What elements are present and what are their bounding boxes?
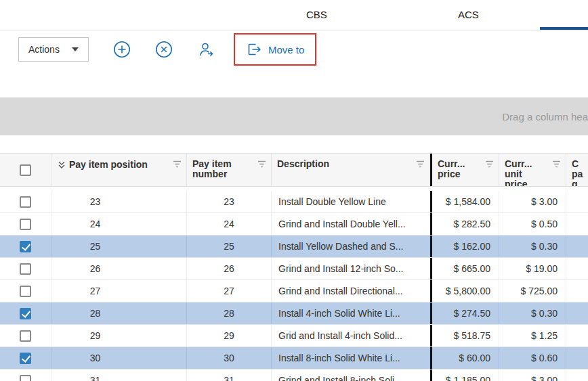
assign-user-icon <box>197 41 215 58</box>
cell-price: $ 665.00 <box>432 258 499 279</box>
column-group-bar[interactable]: Drag a column hea <box>0 97 588 135</box>
actions-dropdown-button[interactable]: Actions <box>18 37 89 62</box>
filter-icon[interactable] <box>416 160 425 169</box>
column-label-unit-line3: price <box>505 179 560 186</box>
column-label-description: Description <box>277 158 329 169</box>
cell-description: Install 8-inch Solid White Li... <box>272 347 430 369</box>
column-header-position[interactable]: Pay item position <box>51 154 187 186</box>
cancel-circle-icon <box>155 41 173 58</box>
table-row[interactable]: 30 30 Install 8-inch Solid White Li... $… <box>0 347 588 369</box>
plus-circle-icon <box>113 41 131 58</box>
cell-price: $ 1,185.00 <box>432 369 499 381</box>
cell-price: $ 162.00 <box>432 236 499 257</box>
cell-number: 31 <box>187 369 272 381</box>
cell-description: Install Double Yellow Line <box>272 191 430 212</box>
column-header-clipped[interactable]: C pa q <box>566 154 588 186</box>
column-header-description[interactable]: Description <box>272 154 430 186</box>
row-checkbox[interactable] <box>20 219 31 230</box>
cell-clipped <box>566 258 588 279</box>
column-label-unit-line2: unit <box>505 169 560 179</box>
cell-description: Grid and Install 4-inch Solid... <box>272 325 430 346</box>
filter-icon[interactable] <box>485 160 494 169</box>
cell-position: 29 <box>51 325 187 346</box>
cell-number: 26 <box>187 258 272 279</box>
cell-number: 29 <box>187 325 272 346</box>
column-header-current-unit-price[interactable]: Curr... unit price <box>499 154 566 186</box>
assign-user-button[interactable] <box>197 41 215 58</box>
select-all-checkbox[interactable] <box>20 164 31 176</box>
cell-clipped <box>566 302 588 324</box>
cell-number: 30 <box>187 347 272 369</box>
cell-unit-price: $ 1.25 <box>499 325 566 346</box>
cell-price: $ 60.00 <box>432 347 499 369</box>
highlight-box: Move to <box>234 33 316 66</box>
cell-description: Grind and Install Directional... <box>272 280 430 302</box>
table-row[interactable]: 26 26 Grind and Install 12-inch So... $ … <box>0 258 588 280</box>
add-button[interactable] <box>113 41 131 58</box>
chevron-down-icon <box>72 47 79 51</box>
cell-position: 26 <box>51 258 187 279</box>
column-header-number[interactable]: Pay item number <box>187 154 272 186</box>
table-header: Pay item position Pay item number Descri… <box>0 153 588 187</box>
cell-description: Install Yellow Dashed and S... <box>272 236 430 257</box>
column-label-last-line2: pa <box>572 169 588 179</box>
cell-clipped <box>566 325 588 346</box>
cell-number: 24 <box>187 213 272 235</box>
cell-unit-price: $ 0.60 <box>499 347 566 369</box>
column-label-price-line2: price <box>438 169 493 179</box>
column-header-current-price[interactable]: Curr... price <box>432 154 499 186</box>
cell-unit-price: $ 3.00 <box>499 191 566 212</box>
drag-column-hint: Drag a column hea <box>502 111 588 122</box>
table-row[interactable]: 28 28 Install 4-inch Solid White Li... $… <box>0 302 588 325</box>
filter-icon[interactable] <box>173 160 182 169</box>
cell-unit-price: $ 725.00 <box>499 280 566 302</box>
row-checkbox[interactable] <box>20 263 31 275</box>
cell-clipped <box>566 280 588 302</box>
row-checkbox[interactable] <box>20 286 31 297</box>
cell-price: $ 1,584.00 <box>432 191 499 212</box>
filter-icon[interactable] <box>552 160 561 169</box>
table-row[interactable]: 25 25 Install Yellow Dashed and S... $ 1… <box>0 236 588 258</box>
chevron-double-down-icon[interactable] <box>57 160 66 170</box>
cell-position: 30 <box>51 347 187 369</box>
pay-items-grid: Pay item position Pay item number Descri… <box>0 153 588 381</box>
row-checkbox[interactable] <box>20 375 31 381</box>
cell-position: 28 <box>51 302 187 324</box>
row-checkbox[interactable] <box>20 330 31 342</box>
cell-clipped <box>566 236 588 257</box>
cell-description: Install 4-inch Solid White Li... <box>272 302 430 324</box>
cell-position: 24 <box>51 213 187 235</box>
cell-position: 31 <box>51 369 187 381</box>
cell-price: $ 282.50 <box>432 213 499 235</box>
table-row[interactable]: 27 27 Grind and Install Directional... $… <box>0 280 588 302</box>
cell-position: 27 <box>51 280 187 302</box>
move-to-button[interactable]: Move to <box>235 35 315 64</box>
cell-clipped <box>566 213 588 235</box>
cell-price: $ 518.75 <box>432 325 499 346</box>
cell-description: Grind and Install 8-inch Soli... <box>272 369 430 381</box>
cell-description: Grind and Install Double Yell... <box>272 213 430 235</box>
row-checkbox[interactable] <box>20 196 31 208</box>
row-checkbox[interactable] <box>20 353 31 364</box>
column-label-last-line3: q <box>572 179 588 186</box>
table-row[interactable]: 24 24 Grind and Install Double Yell... $… <box>0 213 588 236</box>
row-checkbox[interactable] <box>20 308 31 319</box>
cell-unit-price: $ 0.30 <box>499 236 566 257</box>
cell-price: $ 274.50 <box>432 302 499 324</box>
cell-number: 28 <box>187 302 272 324</box>
table-row[interactable]: 29 29 Grid and Install 4-inch Solid... $… <box>0 325 588 347</box>
row-checkbox[interactable] <box>20 241 31 252</box>
actions-label: Actions <box>28 44 60 55</box>
cell-number: 27 <box>187 280 272 302</box>
column-label-last-line1: C <box>572 159 588 169</box>
table-row[interactable]: 23 23 Install Double Yellow Line $ 1,584… <box>0 191 588 213</box>
tab-acs[interactable]: ACS <box>458 9 479 20</box>
column-label-number: Pay item number <box>192 159 245 179</box>
cell-description: Grind and Install 12-inch So... <box>272 258 430 279</box>
table-row[interactable]: 31 31 Grind and Install 8-inch Soli... $… <box>0 369 588 381</box>
cell-price: $ 5,800.00 <box>432 280 499 302</box>
filter-icon[interactable] <box>257 160 266 169</box>
tab-cbs[interactable]: CBS <box>306 9 327 20</box>
toolbar: Actions <box>0 30 588 68</box>
delete-button[interactable] <box>155 41 173 58</box>
